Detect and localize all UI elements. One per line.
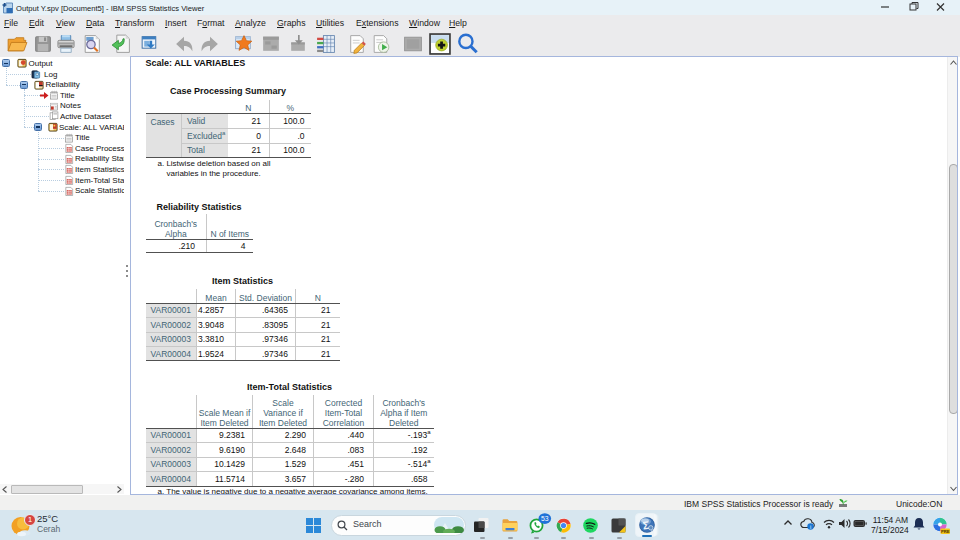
- svg-text:i: i: [810, 524, 811, 530]
- svg-text:PRE: PRE: [941, 529, 950, 534]
- svg-text:1: 1: [28, 515, 32, 524]
- svg-text:53: 53: [541, 515, 549, 522]
